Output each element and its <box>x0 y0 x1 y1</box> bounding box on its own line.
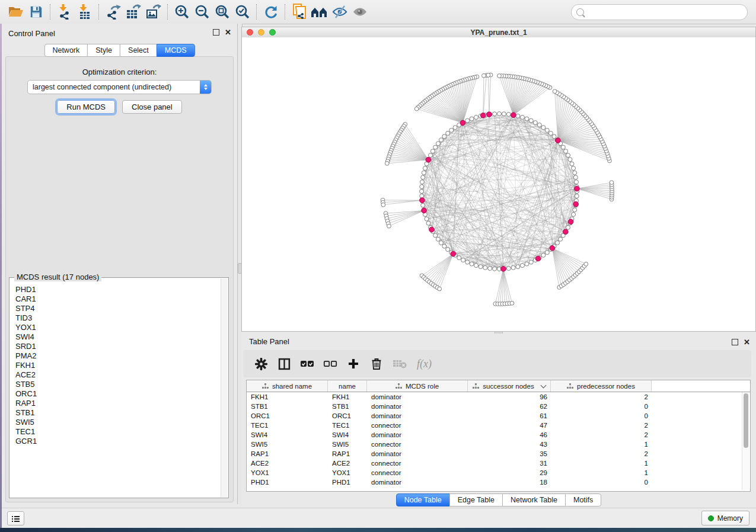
column-header-successor-nodes[interactable]: successor nodes <box>468 380 551 392</box>
column-header-MCDS-role[interactable]: MCDS role <box>367 380 468 392</box>
table-scrollbar[interactable] <box>742 392 749 490</box>
mcds-result-item[interactable]: SWI4 <box>15 332 221 342</box>
mcds-result-item[interactable]: CAR1 <box>15 294 221 304</box>
table-row[interactable]: SWI5SWI5connector431 <box>247 440 750 449</box>
show-columns-icon[interactable] <box>277 357 291 371</box>
delete-columns-icon[interactable] <box>369 357 384 371</box>
mcds-result-item[interactable]: STB5 <box>15 380 221 389</box>
column-header-predecessor-nodes[interactable]: predecessor nodes <box>551 380 652 392</box>
close-panel-icon[interactable]: ✕ <box>744 339 750 345</box>
tab-network-table[interactable]: Network Table <box>502 493 566 507</box>
run-mcds-button[interactable]: Run MCDS <box>57 100 115 114</box>
mcds-result-item[interactable]: PHD1 <box>15 285 221 294</box>
network-canvas[interactable] <box>242 37 755 331</box>
table-row[interactable]: RAP1RAP1dominator352 <box>247 449 750 459</box>
table-cell-name: ACE2 <box>328 460 367 467</box>
column-header-name[interactable]: name <box>328 380 367 392</box>
mcds-result-item[interactable]: STB1 <box>15 408 221 418</box>
mcds-result-item[interactable]: YOX1 <box>15 323 221 332</box>
add-column-icon[interactable] <box>346 357 361 371</box>
mcds-result-item[interactable]: ACE2 <box>15 370 221 380</box>
hide-selected-icon[interactable] <box>330 2 350 21</box>
mcds-result-item[interactable]: TID3 <box>15 313 221 323</box>
tab-motifs[interactable]: Motifs <box>565 493 601 507</box>
mcds-result-item[interactable]: SWI5 <box>15 418 221 427</box>
column-type-icon <box>262 383 269 389</box>
import-network-icon[interactable] <box>55 2 75 21</box>
table-row[interactable]: ORC1ORC1dominator610 <box>247 411 750 421</box>
table-cell-mcds_role: connector <box>367 441 468 448</box>
table-options-icon[interactable] <box>254 357 268 371</box>
close-window-icon[interactable] <box>247 29 253 36</box>
network-canvas-container <box>242 37 755 331</box>
table-cell-shared_name: YOX1 <box>247 469 328 476</box>
table-cell-mcds_role: connector <box>367 469 468 476</box>
minimize-window-icon[interactable] <box>258 29 264 36</box>
zoom-out-icon[interactable] <box>192 2 212 21</box>
open-file-icon[interactable] <box>6 2 26 21</box>
first-neighbors-icon[interactable] <box>310 2 330 21</box>
table-row[interactable]: PHD1PHD1dominator180 <box>247 477 750 487</box>
mcds-result-item[interactable]: STP4 <box>15 304 221 313</box>
maximize-window-icon[interactable] <box>269 29 276 36</box>
mcds-list-scrollbar[interactable] <box>221 278 228 497</box>
table-panel-title: Table Panel <box>249 337 289 346</box>
memory-button[interactable]: Memory <box>701 511 749 525</box>
toolbar-separator <box>167 4 168 20</box>
tab-network[interactable]: Network <box>44 44 88 57</box>
float-panel-icon[interactable] <box>213 29 219 36</box>
unselect-all-columns-icon[interactable] <box>323 357 337 371</box>
table-cell-successor_nodes: 31 <box>468 460 551 467</box>
show-all-icon[interactable] <box>350 2 370 21</box>
table-row[interactable]: YOX1YOX1connector291 <box>247 468 750 477</box>
network-window-titlebar[interactable]: YPA_prune.txt_1 <box>242 27 755 38</box>
table-row[interactable]: STB1STB1dominator620 <box>247 402 750 411</box>
table-scrollbar-thumb[interactable] <box>744 393 748 448</box>
mcds-result-item[interactable]: SRD1 <box>15 342 221 351</box>
tab-edge-table[interactable]: Edge Table <box>449 493 503 507</box>
table-cell-shared_name: SWI5 <box>247 441 328 448</box>
tab-select[interactable]: Select <box>120 44 157 57</box>
table-row[interactable]: ACE2ACE2connector311 <box>247 459 750 468</box>
column-header-shared-name[interactable]: shared name <box>247 380 328 392</box>
close-panel-button[interactable]: Close panel <box>122 100 182 114</box>
column-type-icon <box>395 383 402 389</box>
search-box[interactable] <box>571 4 748 20</box>
export-image-icon[interactable] <box>143 2 164 21</box>
mcds-result-item[interactable]: PMA2 <box>15 351 221 361</box>
mcds-result-item[interactable]: RAP1 <box>15 399 221 408</box>
mcds-result-item[interactable]: ORC1 <box>15 389 221 399</box>
criterion-dropdown[interactable]: largest connected component (undirected) <box>27 80 212 94</box>
status-bar: Memory <box>2 508 756 528</box>
select-all-columns-icon[interactable] <box>300 357 314 371</box>
table-body: FKH1FKH1dominator962STB1STB1dominator620… <box>247 392 750 487</box>
mcds-result-item[interactable]: FKH1 <box>15 361 221 370</box>
apply-layout-icon[interactable] <box>261 2 281 21</box>
network-window-title: YPA_prune.txt_1 <box>470 28 527 37</box>
mcds-result-item[interactable]: TEC1 <box>15 427 221 437</box>
search-input[interactable] <box>588 8 747 17</box>
export-network-icon[interactable] <box>103 2 123 21</box>
zoom-in-icon[interactable] <box>172 2 192 21</box>
control-panel-title: Control Panel <box>8 29 55 38</box>
table-row[interactable]: FKH1FKH1dominator962 <box>247 392 750 402</box>
clone-network-icon[interactable] <box>289 2 310 21</box>
tab-style[interactable]: Style <box>87 44 120 57</box>
zoom-fit-icon[interactable] <box>212 2 232 21</box>
tab-node-table[interactable]: Node Table <box>396 493 450 507</box>
task-history-button[interactable] <box>7 511 24 525</box>
tab-mcds[interactable]: MCDS <box>157 44 195 57</box>
export-table-icon[interactable] <box>123 2 143 21</box>
mcds-result-item[interactable]: GCR1 <box>15 437 221 446</box>
save-session-icon[interactable] <box>26 2 46 21</box>
table-cell-mcds_role: dominator <box>367 393 468 400</box>
zoom-selected-icon[interactable] <box>232 2 253 21</box>
float-panel-icon[interactable] <box>732 339 738 345</box>
table-cell-name: YOX1 <box>328 469 367 476</box>
list-icon <box>12 515 20 522</box>
import-table-icon[interactable] <box>75 2 95 21</box>
table-row[interactable]: TEC1TEC1connector472 <box>247 421 750 430</box>
sort-descending-icon <box>540 382 546 388</box>
table-row[interactable]: SWI4SWI4dominator462 <box>247 430 750 440</box>
close-panel-icon[interactable]: ✕ <box>225 30 231 35</box>
